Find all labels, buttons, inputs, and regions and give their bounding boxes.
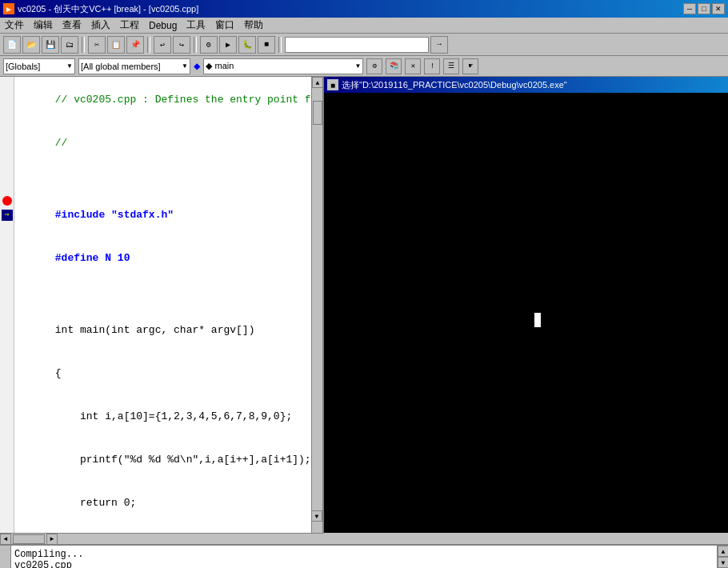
diamond-icon: ◆ — [194, 59, 200, 73]
gutter-3 — [0, 107, 14, 122]
menu-project[interactable]: 工程 — [115, 17, 144, 34]
globals-arrow: ▼ — [66, 62, 73, 70]
console-title-text: 选择"D:\2019116_PRACTICE\vc0205\Debug\vc02… — [342, 79, 567, 91]
gutter-8 — [0, 179, 14, 194]
title-bar-left: ► vc0205 - 创天中文VC++ [break] - [vc0205.cp… — [3, 3, 198, 15]
members-label: [All global members] — [81, 62, 161, 71]
editor-hscroll[interactable]: ◄ ► — [0, 533, 324, 544]
hscroll-right-arrow[interactable]: ► — [46, 534, 58, 545]
hscroll-left-arrow[interactable]: ◄ — [0, 534, 11, 545]
gutter-1 — [0, 78, 14, 93]
menu-window[interactable]: 窗口 — [210, 17, 239, 34]
members-arrow: ▼ — [182, 62, 188, 70]
separator-4 — [278, 37, 282, 53]
main-label: ◆ main — [206, 61, 234, 71]
scroll-down-arrow[interactable]: ▼ — [311, 510, 322, 522]
tb2-btn5[interactable]: ☰ — [443, 58, 459, 74]
compile-button[interactable]: ⚙ — [200, 36, 218, 54]
code-line-7: int main(int argc, char* argv[]) — [55, 324, 255, 336]
gutter-7 — [0, 165, 14, 179]
gutter: ⇒ — [0, 77, 14, 533]
toolbar2: [Globals] ▼ [All global members] ▼ ◆ ◆ m… — [0, 56, 728, 77]
menu-file[interactable]: 文件 — [0, 17, 29, 34]
separator-2 — [147, 37, 150, 53]
code-editor[interactable]: ⇒ // vc0205.cpp : Defines the entry poin… — [0, 77, 324, 533]
redo-button[interactable]: ↪ — [173, 36, 190, 54]
save-button[interactable]: 💾 — [42, 36, 59, 54]
tb2-btn2[interactable]: 📚 — [386, 58, 402, 74]
gutter-9 — [0, 194, 14, 208]
code-line-9: int i,a[10]={1,2,3,4,5,6,7,8,9,0}; — [55, 410, 292, 422]
menu-tools[interactable]: 工具 — [182, 17, 210, 34]
title-bar: ► vc0205 - 创天中文VC++ [break] - [vc0205.cp… — [0, 0, 728, 18]
output-scrollbar[interactable]: ▲ ▼ — [717, 546, 728, 568]
gutter-10: ⇒ — [0, 208, 14, 222]
menu-debug[interactable]: Debug — [144, 18, 182, 33]
tb2-btn4[interactable]: ! — [424, 58, 440, 74]
title-text: vc0205 - 创天中文VC++ [break] - [vc0205.cpp] — [18, 3, 198, 15]
minimize-button[interactable]: ─ — [683, 3, 696, 14]
code-line-11: return 0; — [55, 497, 136, 509]
debug-button[interactable]: 🐛 — [238, 36, 256, 54]
bottom-left-button[interactable]: ◄ — [0, 546, 11, 568]
open-button[interactable]: 📂 — [22, 36, 40, 54]
console-content[interactable] — [324, 93, 728, 533]
code-content[interactable]: // vc0205.cpp : Defines the entry point … — [14, 77, 311, 533]
gutter-12 — [0, 237, 14, 251]
menu-help[interactable]: 帮助 — [239, 17, 268, 34]
menu-edit[interactable]: 编辑 — [29, 17, 58, 34]
console-area: ■ 选择"D:\2019116_PRACTICE\vc0205\Debug\vc… — [324, 77, 728, 533]
globals-dropdown[interactable]: [Globals] ▼ — [3, 58, 75, 74]
output-scroll-up[interactable]: ▲ — [718, 546, 728, 557]
main-arrow: ▼ — [355, 62, 362, 70]
current-line-arrow: ⇒ — [2, 210, 13, 221]
main-area: ⇒ // vc0205.cpp : Defines the entry poin… — [0, 77, 728, 533]
output-line-2: vc0205.cpp — [14, 560, 714, 568]
output-scroll-down[interactable]: ▼ — [718, 557, 728, 568]
toolbar-search-input[interactable] — [285, 37, 429, 53]
code-line-8: { — [55, 367, 62, 379]
code-line-4: #include "stdafx.h" — [55, 209, 174, 221]
undo-button[interactable]: ↩ — [154, 36, 171, 54]
maximize-button[interactable]: □ — [698, 3, 710, 14]
console-title-bar: ■ 选择"D:\2019116_PRACTICE\vc0205\Debug\vc… — [324, 77, 728, 93]
gutter-5 — [0, 136, 14, 150]
tb2-btn6[interactable]: ☛ — [462, 58, 478, 74]
gutter-6 — [0, 150, 14, 165]
output-area: Compiling... vc0205.cpp D:\2019116_pract… — [11, 546, 717, 568]
new-button[interactable]: 📄 — [3, 36, 21, 54]
cut-button[interactable]: ✂ — [88, 36, 106, 54]
menu-view[interactable]: 查看 — [58, 17, 86, 34]
copy-button[interactable]: 📋 — [107, 36, 125, 54]
separator-1 — [82, 37, 85, 53]
scroll-thumb[interactable] — [313, 101, 322, 125]
code-line-5: #define N 10 — [55, 252, 130, 264]
breakpoint-indicator — [2, 196, 12, 206]
title-bar-controls: ─ □ ✕ — [683, 3, 725, 14]
tb2-btn3[interactable]: ✕ — [405, 58, 421, 74]
stop-button[interactable]: ■ — [258, 36, 275, 54]
cursor-block — [534, 313, 541, 327]
go-button[interactable]: → — [430, 36, 448, 54]
save-all-button[interactable]: 🗂 — [61, 36, 78, 54]
bottom-content: ◄ Compiling... vc0205.cpp D:\2019116_pra… — [0, 546, 728, 568]
hscroll-thumb[interactable] — [13, 534, 45, 544]
close-button[interactable]: ✕ — [712, 3, 725, 14]
main-dropdown[interactable]: ◆ main ▼ — [203, 58, 363, 74]
code-line-10: printf("%d %d %d\n",i,a[i++],a[i+1]); — [55, 454, 311, 466]
menu-insert[interactable]: 插入 — [86, 17, 115, 34]
output-line-1: Compiling... — [14, 549, 714, 560]
members-dropdown[interactable]: [All global members] ▼ — [78, 58, 190, 74]
editor-scrollbar[interactable]: ▲ ▼ — [311, 77, 322, 533]
gutter-4 — [0, 122, 14, 136]
tb2-btn1[interactable]: ⚙ — [366, 58, 382, 74]
separator-3 — [194, 37, 197, 53]
paste-button[interactable]: 📌 — [126, 36, 144, 54]
gutter-2 — [0, 93, 14, 107]
app-icon: ► — [3, 3, 14, 14]
code-line-1: // vc0205.cpp : Defines the entry point … — [55, 94, 311, 106]
run-button[interactable]: ▶ — [219, 36, 237, 54]
scroll-up-arrow[interactable]: ▲ — [312, 77, 323, 88]
globals-label: [Globals] — [6, 62, 40, 71]
menu-bar: 文件 编辑 查看 插入 工程 Debug 工具 窗口 帮助 — [0, 18, 728, 34]
